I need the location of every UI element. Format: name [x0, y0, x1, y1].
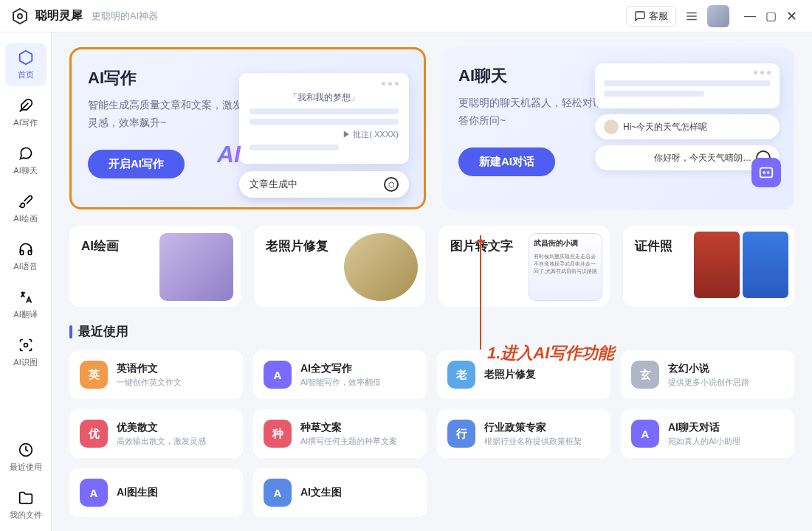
recent-title: 行业政策专家 — [484, 421, 582, 434]
sidebar-item-paint[interactable]: AI绘画 — [5, 187, 47, 230]
bot-avatar-icon — [604, 119, 619, 134]
recent-icon: A — [264, 479, 292, 507]
sidebar-item-label: AI绘画 — [13, 213, 37, 224]
svg-point-14 — [768, 172, 769, 173]
recent-icon: 英 — [80, 361, 108, 389]
recent-title: AI全文写作 — [300, 362, 381, 375]
recent-title: 老照片修复 — [484, 368, 536, 381]
recent-title: 种草文案 — [300, 421, 397, 434]
doc-sample-title: 武昌街的小调 — [529, 234, 602, 253]
recent-title: 英语作文 — [117, 362, 182, 375]
feature-row: AI绘画 老照片修复 图片转文字 武昌街的小调 有时候到重庆随意走走总会不自觉地… — [69, 226, 794, 307]
mock-doc-title: 「我和我的梦想」 — [250, 91, 399, 104]
recent-card[interactable]: A AI文生图 — [253, 468, 427, 517]
recent-title: AI图生图 — [117, 486, 158, 499]
minimize-button[interactable]: — — [740, 10, 760, 23]
recent-card[interactable]: 老 老照片修复 — [437, 350, 610, 399]
sidebar-item-label: AI聊天 — [13, 165, 37, 176]
headphone-icon — [17, 240, 35, 258]
feature-card-photo-restore[interactable]: 老照片修复 — [254, 226, 425, 307]
scan-icon — [17, 336, 35, 354]
hero-card-writing[interactable]: AI写作 智能生成高质量文章和文案，激发灵感，效率飙升~ 开启AI写作 「我和我… — [69, 47, 426, 209]
app-name: 聪明灵犀 — [35, 8, 83, 24]
recent-grid: 英 英语作文 一键创作英文作文 A AI全文写作 AI智能写作，效率翻倍 老 老… — [69, 350, 794, 517]
close-button[interactable]: ✕ — [781, 8, 802, 24]
sidebar-item-label: 我的文件 — [10, 510, 42, 521]
recent-title: AI文生图 — [300, 486, 342, 499]
sidebar-item-translate[interactable]: AI翻译 — [5, 282, 47, 326]
support-label: 客服 — [649, 10, 668, 23]
user-avatar[interactable] — [707, 5, 729, 27]
hero-desc: 智能生成高质量文章和文案，激发灵感，效率飙升~ — [88, 97, 243, 132]
sidebar: 首页 AI写作 AI聊天 AI绘画 AI语音 AI翻译 AI识图 最 — [0, 32, 52, 531]
recent-title: 玄幻小说 — [668, 362, 749, 375]
svg-marker-0 — [13, 9, 27, 24]
menu-icon[interactable] — [684, 8, 700, 24]
hex-icon: ⬡ — [384, 177, 399, 192]
recent-subtitle: AI撰写任何主题的种草文案 — [300, 436, 397, 447]
svg-point-13 — [763, 172, 765, 173]
chat-bubble-1: Hi~今天的天气怎样呢 — [595, 114, 780, 139]
feature-card-paint[interactable]: AI绘画 — [69, 226, 241, 307]
hero-desc: 更聪明的聊天机器人，轻松对话，答你所问~ — [458, 94, 613, 130]
recent-icon: A — [264, 361, 292, 389]
section-title: 最近使用 — [78, 323, 128, 340]
app-logo-icon — [10, 7, 30, 26]
recent-card[interactable]: A AI图生图 — [69, 468, 243, 517]
maximize-button[interactable]: ▢ — [760, 9, 781, 23]
generation-status: 文章生成中 ⬡ — [239, 171, 409, 198]
folder-icon — [17, 489, 35, 507]
recent-card[interactable]: 优 优美散文 高效输出散文，激发灵感 — [69, 409, 243, 458]
sidebar-item-voice[interactable]: AI语音 — [5, 235, 47, 278]
sidebar-item-image-rec[interactable]: AI识图 — [5, 330, 47, 374]
feature-image — [694, 232, 788, 298]
recent-icon: A — [80, 479, 108, 507]
doc-sample-text: 有时候到重庆随意走走总会不自觉地探寻武昌街并走一回了,尤其在武昌街与汉路路 — [529, 253, 602, 274]
start-writing-button[interactable]: 开启AI写作 — [88, 150, 185, 178]
sidebar-item-chat[interactable]: AI聊天 — [5, 139, 47, 182]
new-chat-button[interactable]: 新建AI对话 — [458, 148, 555, 176]
feature-card-ocr[interactable]: 图片转文字 武昌街的小调 有时候到重庆随意走走总会不自觉地探寻武昌街并走一回了,… — [438, 226, 610, 307]
recent-card[interactable]: 玄 玄幻小说 提供更多小说创作思路 — [621, 350, 794, 399]
recent-card[interactable]: 行 行业政策专家 根据行业名称提供政策框架 — [437, 409, 610, 458]
mock-annotation: ▶ 批注( XXXX) — [250, 129, 399, 140]
feature-card-id-photo[interactable]: 证件照 — [623, 226, 794, 307]
recent-header: 最近使用 — [69, 323, 794, 340]
sidebar-item-label: AI识图 — [13, 357, 37, 368]
recent-title: 优美散文 — [117, 421, 206, 434]
app-tagline: 更聪明的AI神器 — [92, 10, 158, 23]
brush-icon — [17, 192, 35, 210]
sidebar-item-home[interactable]: 首页 — [5, 43, 47, 86]
feather-icon — [17, 97, 35, 114]
recent-subtitle: AI智能写作，效率翻倍 — [300, 377, 381, 388]
clock-icon — [17, 441, 35, 459]
recent-icon: 玄 — [631, 361, 659, 389]
home-icon — [17, 49, 35, 66]
feature-image: 武昌街的小调 有时候到重庆随意走走总会不自觉地探寻武昌街并走一回了,尤其在武昌街… — [529, 233, 602, 301]
translate-icon — [17, 288, 35, 306]
support-button[interactable]: 客服 — [626, 6, 676, 27]
sidebar-item-label: 最近使用 — [10, 462, 42, 473]
recent-icon: 优 — [80, 420, 108, 448]
sidebar-item-label: AI语音 — [13, 261, 37, 272]
recent-card[interactable]: 英 英语作文 一键创作英文作文 — [69, 350, 243, 399]
recent-title: AI聊天对话 — [668, 421, 740, 434]
hero-card-chat[interactable]: AI聊天 更聪明的聊天机器人，轻松对话，答你所问~ 新建AI对话 Hi~今天的天… — [442, 47, 794, 209]
recent-card[interactable]: A AI聊天对话 宛如真人的AI小助理 — [621, 409, 794, 458]
recent-subtitle: 根据行业名称提供政策框架 — [484, 436, 582, 447]
sidebar-item-label: 首页 — [18, 69, 34, 80]
sidebar-item-label: AI翻译 — [13, 309, 37, 320]
recent-card[interactable]: A AI全文写作 AI智能写作，效率翻倍 — [253, 350, 427, 399]
ai-badge: AI — [217, 141, 241, 168]
recent-subtitle: 一键创作英文作文 — [117, 377, 182, 388]
sidebar-item-files[interactable]: 我的文件 — [5, 483, 47, 527]
chat-float-icon[interactable] — [751, 158, 781, 187]
sidebar-item-recent[interactable]: 最近使用 — [5, 435, 47, 479]
recent-icon: 行 — [447, 420, 475, 448]
feature-image — [344, 233, 418, 301]
recent-icon: 老 — [447, 361, 475, 389]
svg-marker-8 — [19, 51, 32, 64]
recent-subtitle: 高效输出散文，激发灵感 — [117, 436, 206, 447]
recent-card[interactable]: 种 种草文案 AI撰写任何主题的种草文案 — [253, 409, 427, 458]
sidebar-item-writing[interactable]: AI写作 — [5, 91, 47, 134]
